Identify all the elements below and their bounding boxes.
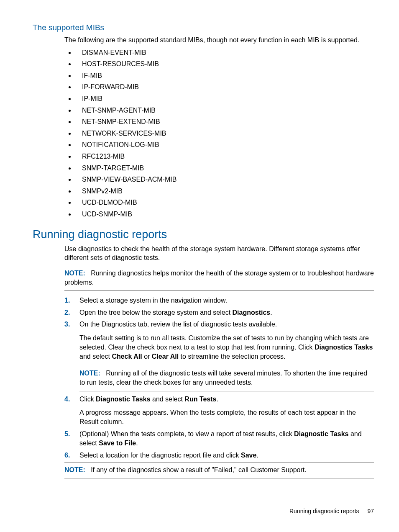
list-item: IF-MIB — [75, 71, 374, 80]
step-text: . — [256, 452, 258, 459]
bold-text: Diagnostic Tasks — [96, 396, 150, 403]
step-text: Click — [79, 396, 96, 403]
step-text: Select a location for the diagnostic rep… — [79, 452, 241, 459]
page-container: The supported MIBs The following are the… — [0, 0, 399, 532]
bold-text: Run Tests — [184, 396, 216, 403]
section-supported-mibs-body: The following are the supported standard… — [64, 36, 374, 219]
bold-text: Diagnostics — [233, 309, 271, 316]
note-box-2: NOTE: Running all of the diagnostic test… — [79, 366, 374, 391]
bold-text: Clear All — [152, 353, 179, 360]
note-text: Running diagnostics helps monitor the he… — [64, 270, 374, 286]
page-footer: Running diagnostic reports 97 — [289, 508, 374, 514]
list-item: NOTIFICATION-LOG-MIB — [75, 140, 374, 149]
list-item: IP-MIB — [75, 94, 374, 103]
list-item: NET-SNMP-AGENT-MIB — [75, 106, 374, 115]
note-label: NOTE: — [64, 270, 85, 277]
page-number: 97 — [367, 508, 374, 514]
note-label: NOTE: — [79, 370, 100, 377]
step-3-sub: The default setting is to run all tests.… — [79, 334, 374, 362]
note-box-3: NOTE: If any of the diagnostics show a r… — [64, 463, 374, 478]
step-text: Open the tree below the storage system a… — [79, 309, 233, 316]
step-text: . — [136, 439, 138, 447]
bold-text: Diagnostics Tasks — [315, 344, 373, 351]
steps-list: Select a storage system in the navigatio… — [64, 296, 374, 460]
bold-text: Save to File — [99, 439, 136, 447]
step-text: and select — [79, 353, 112, 360]
bold-text: Save — [241, 452, 256, 459]
section-diagnostics-body: Use diagnostics to check the health of t… — [64, 244, 374, 479]
step-3: On the Diagnostics tab, review the list … — [64, 320, 374, 391]
step-5: (Optional) When the tests complete, to v… — [64, 429, 374, 448]
step-text: or — [142, 353, 152, 360]
list-item: SNMP-VIEW-BASED-ACM-MIB — [75, 175, 374, 184]
list-item: IP-FORWARD-MIB — [75, 82, 374, 92]
bold-text: Check All — [112, 353, 142, 360]
list-item: UCD-DLMOD-MIB — [75, 198, 374, 207]
heading-running-diagnostics: Running diagnostic reports — [33, 228, 374, 241]
step-text: to streamline the selection process. — [179, 353, 285, 360]
list-item: NET-SNMP-EXTEND-MIB — [75, 117, 374, 126]
list-item: SNMPv2-MIB — [75, 187, 374, 196]
step-1: Select a storage system in the navigatio… — [64, 296, 374, 305]
note-label: NOTE: — [64, 466, 85, 473]
step-6: Select a location for the diagnostic rep… — [64, 451, 374, 460]
mib-list: DISMAN-EVENT-MIB HOST-RESOURCES-MIB IF-M… — [64, 48, 374, 219]
step-text: and select — [151, 396, 185, 403]
step-text: . — [217, 396, 218, 403]
step-text: . — [270, 309, 272, 316]
step-4-sub: A progress message appears. When the tes… — [79, 408, 374, 427]
bold-text: Diagnostic Tasks — [294, 430, 348, 437]
step-text: (Optional) When the tests complete, to v… — [79, 430, 294, 437]
step-text: Select a storage system in the navigatio… — [79, 297, 227, 304]
note-text: If any of the diagnostics show a result … — [91, 466, 307, 473]
list-item: UCD-SNMP-MIB — [75, 210, 374, 219]
step-2: Open the tree below the storage system a… — [64, 308, 374, 317]
intro-diagnostics: Use diagnostics to check the health of t… — [64, 244, 374, 262]
note-text: Running all of the diagnostic tests will… — [79, 370, 367, 386]
intro-supported-mibs: The following are the supported standard… — [64, 36, 374, 45]
list-item: NETWORK-SERVICES-MIB — [75, 129, 374, 138]
step-4: Click Diagnostic Tasks and select Run Te… — [64, 395, 374, 427]
list-item: DISMAN-EVENT-MIB — [75, 48, 374, 57]
list-item: HOST-RESOURCES-MIB — [75, 59, 374, 69]
list-item: RFC1213-MIB — [75, 152, 374, 161]
list-item: SNMP-TARGET-MIB — [75, 164, 374, 173]
heading-supported-mibs: The supported MIBs — [33, 23, 374, 32]
step-text: On the Diagnostics tab, review the list … — [79, 321, 277, 328]
footer-title: Running diagnostic reports — [289, 508, 359, 514]
note-box-1: NOTE: Running diagnostics helps monitor … — [64, 266, 374, 291]
